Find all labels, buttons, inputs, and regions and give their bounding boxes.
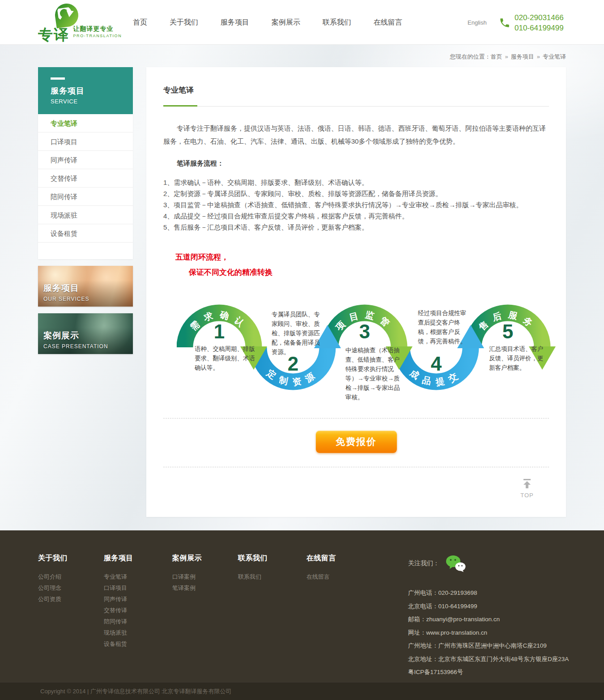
stage-desc-2: 专属译员团队、专家顾问、审校、质检、排版等资源匹配，储备备用译员资源。 bbox=[272, 310, 322, 357]
logo[interactable]: 专译 让翻译更专业 PRO-TRANSLATION bbox=[38, 2, 141, 44]
footer-column-title: 联系我们 bbox=[238, 554, 268, 563]
sidebar-header: 服务项目 SERVICE bbox=[38, 67, 133, 114]
banner-our-services[interactable]: 服务项目 OUR SERVICES bbox=[38, 266, 133, 307]
footer-link-专业笔译[interactable]: 专业笔译 bbox=[104, 574, 133, 580]
stage-desc-5: 汇总项目术语、客户反馈、译员评价，更新客户档案。 bbox=[489, 344, 547, 372]
contact-line: 广州地址：广州市海珠区琶洲中洲中心南塔C座2109 bbox=[408, 639, 569, 653]
process-step: 3、项目监管－中途稿抽查（术语抽查、低错抽查、客户特殊要求执行情况等）→专业审校… bbox=[163, 199, 549, 210]
language-link[interactable]: English bbox=[468, 19, 487, 26]
intro-paragraph: 专译专注于翻译服务，提供汉语与英语、法语、俄语、日语、韩语、德语、西班牙语、葡萄… bbox=[163, 122, 549, 148]
footer-contact-info: 广州电话：020-29193698北京电话：010-64199499邮箱：zhu… bbox=[408, 586, 569, 679]
sidebar-item-陪同传译[interactable]: 陪同传译 bbox=[38, 188, 133, 206]
stage-desc-3: 中途稿抽查（术语抽查、低错抽查、客户特殊要求执行情况等）→专业审校→质检→排版→… bbox=[345, 346, 400, 402]
free-quote-button[interactable]: 免费报价 bbox=[316, 431, 397, 453]
sidebar: 服务项目 SERVICE 专业笔译口译项目同声传译交替传译陪同传译现场派驻设备租… bbox=[38, 67, 133, 354]
phone-numbers: 020-29031466 010-64199499 bbox=[515, 13, 564, 33]
footer-link-陪同传译[interactable]: 陪同传译 bbox=[104, 619, 133, 624]
follow-us: 关注我们： bbox=[408, 555, 466, 572]
sidebar-dash bbox=[51, 77, 65, 80]
footer-link-交替传译[interactable]: 交替传译 bbox=[104, 607, 133, 613]
back-to-top[interactable]: TOP bbox=[515, 479, 539, 499]
svg-text:3: 3 bbox=[359, 320, 370, 342]
process-step: 2、定制资源－专属译员团队、专家顾问、审校、质检、排版等资源匹配，储备备用译员资… bbox=[163, 188, 549, 199]
footer-column-title: 服务项目 bbox=[104, 554, 133, 563]
sidebar-item-专业笔译[interactable]: 专业笔译 bbox=[38, 114, 133, 132]
stage-desc-1: 语种、交稿周期、排版要求、翻译级别、术语确认等。 bbox=[195, 344, 257, 372]
svg-text:4: 4 bbox=[431, 353, 442, 375]
logo-leaf-icon bbox=[54, 2, 80, 29]
page: 专译 让翻译更专业 PRO-TRANSLATION 首页关于我们服务项目案例展示… bbox=[0, 0, 604, 700]
svg-text:5: 5 bbox=[502, 320, 513, 342]
nav-item-案例展示[interactable]: 案例展示 bbox=[272, 18, 300, 27]
nav-item-联系我们[interactable]: 联系我们 bbox=[323, 18, 351, 27]
process-diagram: 需求确认 定制资源 项目监管 成品提交 售后服务12345语种、交稿周期、排版要… bbox=[177, 298, 562, 405]
process-steps: 1、需求确认－语种、交稿周期、排版要求、翻译级别、术语确认等。2、定制资源－专属… bbox=[163, 177, 549, 233]
sidebar-item-同声传译[interactable]: 同声传译 bbox=[38, 151, 133, 169]
contact-line: 邮箱：zhuanyi@pro-translation.cn bbox=[408, 613, 569, 626]
footer-link-口译项目[interactable]: 口译项目 bbox=[104, 585, 133, 591]
divider bbox=[163, 418, 549, 418]
process-step: 5、售后服务－汇总项目术语、客户反馈、译员评价，更新客户档案。 bbox=[163, 222, 549, 233]
site-header: 专译 让翻译更专业 PRO-TRANSLATION 首页关于我们服务项目案例展示… bbox=[0, 0, 604, 45]
footer-column-title: 关于我们 bbox=[38, 554, 68, 563]
wechat-icon[interactable] bbox=[446, 555, 466, 572]
nav-item-关于我们[interactable]: 关于我们 bbox=[170, 18, 198, 27]
footer-link-在线留言[interactable]: 在线留言 bbox=[306, 574, 336, 580]
footer-link-公司理念[interactable]: 公司理念 bbox=[38, 585, 68, 591]
contact-line: 北京地址：北京市东城区东直门外大街48号东方银座D座23A bbox=[408, 653, 569, 666]
breadcrumb-link[interactable]: 首页 bbox=[491, 53, 502, 60]
footer-link-同声传译[interactable]: 同声传译 bbox=[104, 596, 133, 602]
footer-column-关于我们: 关于我们公司介绍公司理念公司资质 bbox=[38, 554, 68, 607]
site-footer: 关于我们公司介绍公司理念公司资质服务项目专业笔译口译项目同声传译交替传译陪同传译… bbox=[0, 530, 604, 682]
logo-english: PRO-TRANSLATION bbox=[73, 34, 122, 38]
process-heading: 笔译服务流程： bbox=[163, 159, 549, 168]
sidebar-title: 服务项目 bbox=[51, 85, 133, 96]
copyright-bar: Copyright © 2014 | 广州专译信息技术有限公司 北京专译翻译服务… bbox=[0, 682, 604, 700]
main-nav: 首页关于我们服务项目案例展示联系我们在线留言 bbox=[133, 0, 402, 45]
nav-item-服务项目[interactable]: 服务项目 bbox=[221, 18, 249, 27]
nav-item-首页[interactable]: 首页 bbox=[133, 18, 147, 27]
content-area: 您现在的位置：首页»服务项目»专业笔译 服务项目 SERVICE 专业笔译口译项… bbox=[0, 45, 604, 530]
stage-desc-4: 经过项目合规性审查后提交客户终稿，根据客户反馈，再完善稿件。 bbox=[418, 308, 470, 346]
footer-column-title: 在线留言 bbox=[306, 554, 336, 563]
divider bbox=[163, 467, 549, 467]
footer-link-公司介绍[interactable]: 公司介绍 bbox=[38, 574, 68, 580]
footer-column-title: 案例展示 bbox=[172, 554, 202, 563]
header-phone: 020-29031466 010-64199499 bbox=[499, 13, 564, 33]
footer-link-现场派驻[interactable]: 现场派驻 bbox=[104, 630, 133, 636]
page-title: 专业笔译 bbox=[163, 85, 549, 95]
footer-link-联系我们[interactable]: 联系我们 bbox=[238, 574, 268, 580]
contact-line: 北京电话：010-64199499 bbox=[408, 600, 569, 613]
main-panel: 专业笔译 专译专注于翻译服务，提供汉语与英语、法语、俄语、日语、韩语、德语、西班… bbox=[146, 67, 566, 517]
banner-case-presentation[interactable]: 案例展示 CASE PRESENTATION bbox=[38, 313, 133, 354]
breadcrumb-link[interactable]: 专业笔译 bbox=[543, 53, 566, 60]
sidebar-item-设备租赁[interactable]: 设备租赁 bbox=[38, 224, 133, 243]
footer-column-在线留言: 在线留言在线留言 bbox=[306, 554, 336, 585]
breadcrumb-link[interactable]: 服务项目 bbox=[511, 53, 534, 60]
logo-slogan: 让翻译更专业 bbox=[73, 25, 122, 33]
title-rule bbox=[163, 105, 549, 107]
footer-column-案例展示: 案例展示口译案例笔译案例 bbox=[172, 554, 202, 596]
breadcrumb: 您现在的位置：首页»服务项目»专业笔译 bbox=[450, 53, 566, 61]
footer-link-公司资质[interactable]: 公司资质 bbox=[38, 596, 68, 602]
contact-line: 网址：www.pro-translation.cn bbox=[408, 626, 569, 640]
logo-name: 专译 bbox=[38, 26, 69, 43]
contact-line: 粤ICP备17153966号 bbox=[408, 666, 569, 679]
contact-line: 广州电话：020-29193698 bbox=[408, 586, 569, 600]
svg-text:1: 1 bbox=[214, 320, 225, 342]
footer-column-服务项目: 服务项目专业笔译口译项目同声传译交替传译陪同传译现场派驻设备租赁 bbox=[104, 554, 133, 652]
process-step: 1、需求确认－语种、交稿周期、排版要求、翻译级别、术语确认等。 bbox=[163, 177, 549, 188]
footer-link-笔译案例[interactable]: 笔译案例 bbox=[172, 585, 202, 591]
top-arrow-icon bbox=[522, 479, 532, 488]
sidebar-item-现场派驻[interactable]: 现场派驻 bbox=[38, 206, 133, 224]
footer-link-设备租赁[interactable]: 设备租赁 bbox=[104, 641, 133, 647]
footer-link-口译案例[interactable]: 口译案例 bbox=[172, 574, 202, 580]
sidebar-menu: 专业笔译口译项目同声传译交替传译陪同传译现场派驻设备租赁 bbox=[38, 114, 133, 259]
phone-icon bbox=[499, 17, 510, 29]
sidebar-subtitle: SERVICE bbox=[51, 98, 133, 105]
sidebar-item-口译项目[interactable]: 口译项目 bbox=[38, 132, 133, 151]
nav-item-在线留言[interactable]: 在线留言 bbox=[374, 18, 402, 27]
breadcrumb-prefix: 您现在的位置： bbox=[450, 53, 491, 60]
sidebar-item-交替传译[interactable]: 交替传译 bbox=[38, 169, 133, 188]
footer-column-联系我们: 联系我们联系我们 bbox=[238, 554, 268, 585]
